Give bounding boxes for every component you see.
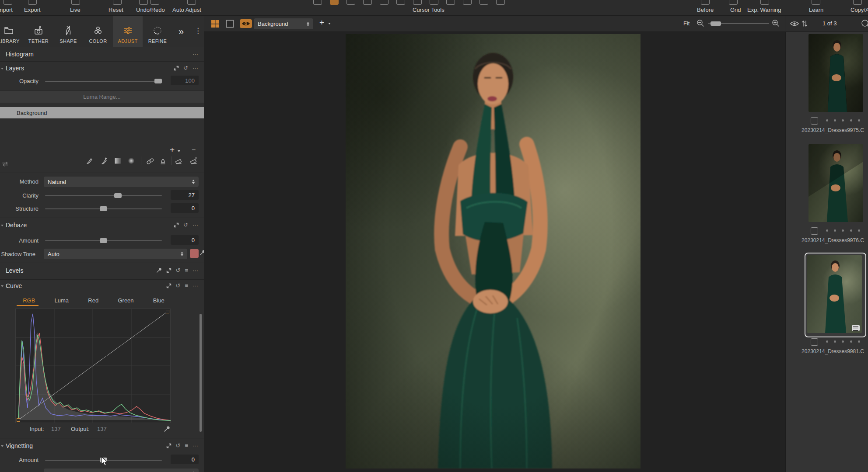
vignetting-method-select[interactable]: Elliptic on Crop <box>44 469 199 472</box>
levels-reset-icon[interactable]: ↺ <box>176 267 181 273</box>
grid-button[interactable]: Grid <box>730 7 741 13</box>
new-layer-button[interactable]: + <box>319 18 324 28</box>
thumbnail-3-filename[interactable]: 20230214_Dresses9981.C <box>791 348 868 354</box>
cursor-tool-draw-mask-icon[interactable] <box>446 0 455 5</box>
dehaze-amount-slider-handle[interactable] <box>100 238 107 243</box>
thumbnail-1-filename[interactable]: 20230214_Dresses9975.C <box>791 127 868 133</box>
heal-icon[interactable] <box>146 157 154 165</box>
copy-apply-icon[interactable] <box>853 0 862 5</box>
structure-slider[interactable] <box>45 208 162 209</box>
cursor-tool-active-icon[interactable] <box>330 0 339 5</box>
luma-range-button[interactable]: Luma Range... <box>0 90 204 103</box>
thumbnail-3[interactable] <box>807 255 862 333</box>
exposure-warning-button[interactable]: Exp. Warning <box>747 7 781 13</box>
thumbnail-2[interactable] <box>808 144 863 222</box>
shadow-tone-swatch[interactable] <box>190 249 199 258</box>
reset-icon[interactable] <box>113 0 122 5</box>
curve-tab-green[interactable]: Green <box>118 297 133 304</box>
curve-menu-icon[interactable]: ··· <box>192 283 198 288</box>
linear-gradient-mask-icon[interactable] <box>115 158 121 164</box>
new-layer-chevron-icon[interactable] <box>328 23 331 24</box>
live-icon[interactable] <box>71 0 80 5</box>
dehaze-menu-icon[interactable]: ··· <box>192 222 198 228</box>
rating-dot[interactable] <box>842 340 844 343</box>
dehaze-reset-icon[interactable]: ↺ <box>183 222 188 228</box>
viewer-layer-select[interactable]: Background <box>254 18 313 29</box>
cursor-tool-clone-icon[interactable] <box>430 0 438 5</box>
tab-tether[interactable]: TETHER <box>24 16 53 47</box>
dehaze-amount-slider[interactable] <box>45 240 162 241</box>
curve-tab-red[interactable]: Red <box>88 297 98 304</box>
tab-adjust[interactable]: ADJUST <box>113 16 143 47</box>
main-photo[interactable] <box>346 34 640 469</box>
before-button[interactable]: Before <box>697 7 714 13</box>
filter-eye-icon[interactable] <box>790 21 799 27</box>
export-button[interactable]: Export <box>24 7 41 13</box>
proof-view-button[interactable] <box>240 19 252 28</box>
layer-row-background[interactable]: Background <box>0 107 204 118</box>
cursor-tool-erase-mask-icon[interactable] <box>463 0 472 5</box>
import-icon[interactable] <box>4 0 12 5</box>
tab-library[interactable]: LIBRARY <box>0 16 24 47</box>
curve-plot[interactable] <box>15 309 171 423</box>
rating-dot[interactable] <box>858 340 860 343</box>
curve-disclosure-icon[interactable] <box>1 285 4 287</box>
rating-dot[interactable] <box>834 340 836 343</box>
rating-dot[interactable] <box>850 119 852 121</box>
loupe-icon[interactable] <box>861 19 868 28</box>
rating-dot[interactable] <box>850 229 852 232</box>
curve-presets-icon[interactable]: ≡ <box>185 283 188 288</box>
levels-presets-icon[interactable]: ≡ <box>185 267 188 273</box>
dehaze-amount-value[interactable]: 0 <box>171 235 199 245</box>
rating-dot[interactable] <box>850 340 852 343</box>
vignetting-title[interactable]: Vignetting <box>6 442 33 449</box>
thumbnail-1[interactable] <box>808 34 863 112</box>
zoom-slider[interactable] <box>708 23 769 24</box>
curve-title[interactable]: Curve <box>6 282 22 289</box>
cursor-tool-zoom-icon[interactable] <box>496 0 505 5</box>
layers-disclosure-icon[interactable] <box>1 68 4 69</box>
viewer-canvas[interactable] <box>204 32 785 472</box>
undo-redo-button[interactable]: Undo/Redo <box>136 7 165 13</box>
zoom-slider-handle[interactable] <box>710 21 721 26</box>
zoom-in-icon[interactable] <box>772 19 780 27</box>
layers-reset-icon[interactable]: ↺ <box>183 65 188 71</box>
curve-point-highlight[interactable] <box>166 310 169 313</box>
vignetting-amount-value[interactable]: 0 <box>171 455 199 464</box>
vignetting-disclosure-icon[interactable] <box>1 445 4 447</box>
rating-dot[interactable] <box>834 229 836 232</box>
before-icon[interactable] <box>701 0 710 5</box>
structure-slider-handle[interactable] <box>100 206 107 211</box>
vignetting-presets-icon[interactable]: ≡ <box>185 443 188 448</box>
sort-order-icon[interactable] <box>801 20 808 28</box>
opacity-slider-handle[interactable] <box>154 79 162 83</box>
rating-dot[interactable] <box>834 119 836 121</box>
fit-label[interactable]: Fit <box>683 20 690 27</box>
rating-dot[interactable] <box>842 229 844 232</box>
cursor-tool-pan-icon[interactable] <box>313 0 322 5</box>
cursor-tool-spot-icon[interactable] <box>396 0 405 5</box>
rating-dot[interactable] <box>842 119 844 121</box>
swap-arrows-icon[interactable] <box>2 161 9 167</box>
curve-tab-rgb[interactable]: RGB <box>23 297 35 304</box>
curve-tab-luma[interactable]: Luma <box>55 297 69 304</box>
levels-picker-icon[interactable] <box>156 267 162 273</box>
tab-refine[interactable]: REFINE <box>143 16 172 47</box>
levels-expand-icon[interactable] <box>166 268 172 273</box>
vignetting-reset-icon[interactable]: ↺ <box>176 443 181 448</box>
erase-mask-icon[interactable] <box>175 157 182 165</box>
layers-title[interactable]: Layers <box>6 65 24 72</box>
tabbar-menu-icon[interactable]: ⋮ <box>194 26 202 35</box>
cursor-tool-heal-icon[interactable] <box>413 0 422 5</box>
magic-eraser-icon[interactable] <box>190 157 198 165</box>
thumbnail-2-filename[interactable]: 20230214_Dresses9976.C <box>791 237 868 243</box>
layers-expand-icon[interactable] <box>174 66 179 71</box>
panel-scrollbar[interactable] <box>200 314 202 432</box>
curve-tab-blue[interactable]: Blue <box>153 297 164 304</box>
copy-apply-button[interactable]: Copy/A <box>850 7 868 13</box>
cursor-tool-pick-icon[interactable] <box>480 0 488 5</box>
clarity-method-select[interactable]: Natural <box>44 177 199 187</box>
cursor-tool-keystone-icon[interactable] <box>380 0 388 5</box>
rating-dot[interactable] <box>858 229 860 232</box>
cursor-tool-rotate-icon[interactable] <box>363 0 372 5</box>
